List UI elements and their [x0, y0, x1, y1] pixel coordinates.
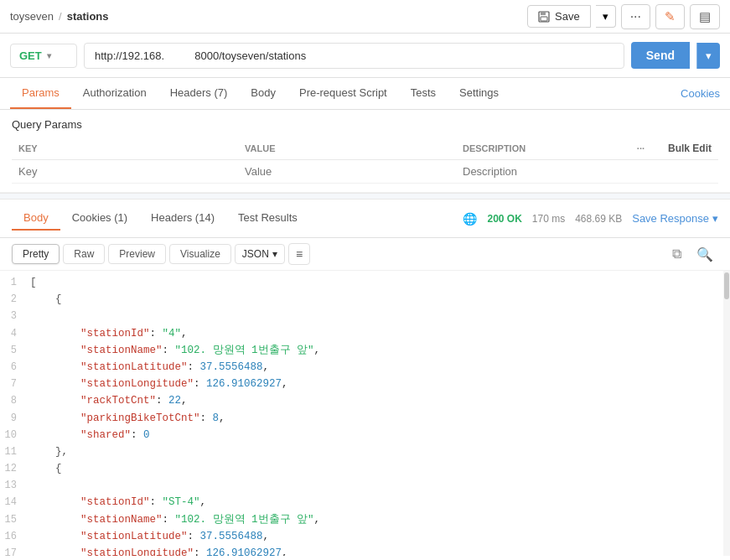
response-time: 170 ms	[532, 213, 565, 225]
code-line-8: 8 "rackTotCnt": 22,	[0, 392, 730, 409]
save-response-button[interactable]: Save Response ▾	[632, 212, 718, 225]
col-more: ···	[626, 137, 651, 160]
view-visualize-button[interactable]: Visualize	[169, 244, 231, 264]
breadcrumb-slash: /	[59, 10, 62, 23]
response-meta: 🌐 200 OK 170 ms 468.69 KB Save Response …	[463, 212, 718, 226]
col-description: DESCRIPTION	[456, 137, 626, 160]
response-tabs: Body Cookies (1) Headers (14) Test Resul…	[12, 206, 309, 231]
view-pretty-button[interactable]: Pretty	[12, 244, 60, 264]
cookies-link[interactable]: Cookies	[681, 79, 720, 108]
request-tabs: Params Authorization Headers (7) Body Pr…	[10, 78, 510, 109]
send-chevron-button[interactable]: ▾	[696, 43, 720, 69]
save-response-label: Save Response	[632, 212, 709, 225]
url-input[interactable]	[84, 43, 624, 69]
code-line-4: 4 "stationId": "4",	[0, 325, 730, 342]
save-label: Save	[555, 10, 580, 23]
filter-button[interactable]: ≡	[288, 243, 310, 265]
save-icon	[538, 11, 550, 23]
method-label: GET	[19, 49, 42, 62]
scrollbar-track[interactable]	[723, 271, 730, 556]
scrollbar-thumb[interactable]	[724, 272, 729, 299]
status-badge: 200 OK	[487, 213, 521, 225]
json-response-area[interactable]: 1 [ 2 { 3 4 "stationId": "4", 5 "station…	[0, 271, 730, 556]
collection-name: stations	[67, 10, 109, 23]
save-chevron-button[interactable]: ▾	[596, 5, 616, 28]
value-input[interactable]	[245, 165, 449, 178]
code-line-16: 16 "stationLatitude": 37.5556488,	[0, 528, 730, 545]
key-input[interactable]	[18, 165, 231, 178]
more-button[interactable]: ···	[621, 4, 650, 29]
url-bar: GET ▾ Send ▾	[0, 34, 730, 78]
method-chevron-icon: ▾	[47, 51, 51, 60]
code-line-9: 9 "parkingBikeTotCnt": 8,	[0, 410, 730, 427]
format-label: JSON	[242, 248, 269, 260]
code-line-5: 5 "stationName": "102. 망원역 1번출구 앞",	[0, 342, 730, 359]
desc-input[interactable]	[463, 165, 619, 178]
view-raw-button[interactable]: Raw	[63, 244, 105, 264]
svg-rect-2	[541, 17, 547, 21]
edit-button[interactable]: ✎	[655, 4, 685, 29]
params-table: KEY VALUE DESCRIPTION ··· Bulk Edit	[12, 137, 718, 184]
copy-button[interactable]: ⧉	[667, 245, 686, 264]
top-bar-actions: Save ▾ ··· ✎ ▤	[527, 4, 720, 29]
send-button[interactable]: Send	[631, 42, 690, 69]
search-button[interactable]: 🔍	[691, 245, 718, 264]
body-view-options: Pretty Raw Preview Visualize JSON ▾ ≡	[12, 243, 310, 265]
query-params-section: Query Params KEY VALUE DESCRIPTION ··· B…	[0, 110, 730, 193]
response-header: Body Cookies (1) Headers (14) Test Resul…	[0, 200, 730, 238]
doc-button[interactable]: ▤	[690, 4, 720, 29]
save-response-chevron-icon: ▾	[712, 212, 718, 225]
code-line-6: 6 "stationLatitude": 37.5556488,	[0, 359, 730, 376]
body-toolbar: Pretty Raw Preview Visualize JSON ▾ ≡ ⧉ …	[0, 238, 730, 271]
tab-settings[interactable]: Settings	[448, 78, 510, 109]
col-bulk-edit[interactable]: Bulk Edit	[651, 137, 718, 160]
code-line-12: 12 {	[0, 460, 730, 477]
project-name: toyseven	[10, 10, 54, 23]
breadcrumb: toyseven / stations	[10, 10, 109, 23]
body-toolbar-right: ⧉ 🔍	[667, 245, 718, 264]
resp-tab-body[interactable]: Body	[12, 206, 60, 231]
code-line-7: 7 "stationLongitude": 126.91062927,	[0, 376, 730, 392]
view-preview-button[interactable]: Preview	[108, 244, 166, 264]
top-bar: toyseven / stations Save ▾ ··· ✎ ▤	[0, 0, 730, 34]
resp-tab-headers[interactable]: Headers (14)	[139, 206, 226, 231]
tab-authorization[interactable]: Authorization	[71, 78, 158, 109]
method-select[interactable]: GET ▾	[10, 44, 77, 68]
code-line-1: 1 [	[0, 274, 730, 291]
tab-tests[interactable]: Tests	[399, 78, 448, 109]
code-line-2: 2 {	[0, 291, 730, 308]
svg-rect-1	[541, 12, 546, 15]
format-chevron-icon: ▾	[272, 248, 277, 260]
col-key: KEY	[12, 137, 238, 160]
code-line-14: 14 "stationId": "ST-4",	[0, 494, 730, 511]
section-separator	[0, 193, 730, 200]
code-line-11: 11 },	[0, 443, 730, 460]
col-value: VALUE	[238, 137, 456, 160]
code-line-10: 10 "shared": 0	[0, 427, 730, 443]
tab-prerequest[interactable]: Pre-request Script	[287, 78, 399, 109]
tab-body[interactable]: Body	[239, 78, 287, 109]
resp-tab-cookies[interactable]: Cookies (1)	[60, 206, 139, 231]
resp-tab-test-results[interactable]: Test Results	[226, 206, 309, 231]
code-line-3: 3	[0, 308, 730, 324]
tab-headers[interactable]: Headers (7)	[158, 78, 240, 109]
table-row	[12, 160, 718, 184]
globe-icon: 🌐	[463, 212, 477, 226]
response-size: 468.69 KB	[575, 213, 622, 225]
code-line-13: 13	[0, 477, 730, 494]
save-button[interactable]: Save	[527, 5, 591, 28]
query-params-title: Query Params	[12, 118, 718, 131]
tab-params[interactable]: Params	[10, 78, 71, 109]
code-line-15: 15 "stationName": "102. 망원역 1번출구 앞",	[0, 511, 730, 528]
code-line-17: 17 "stationLongitude": 126.91062927,	[0, 545, 730, 556]
format-select[interactable]: JSON ▾	[235, 244, 285, 264]
request-tabs-row: Params Authorization Headers (7) Body Pr…	[0, 78, 730, 110]
